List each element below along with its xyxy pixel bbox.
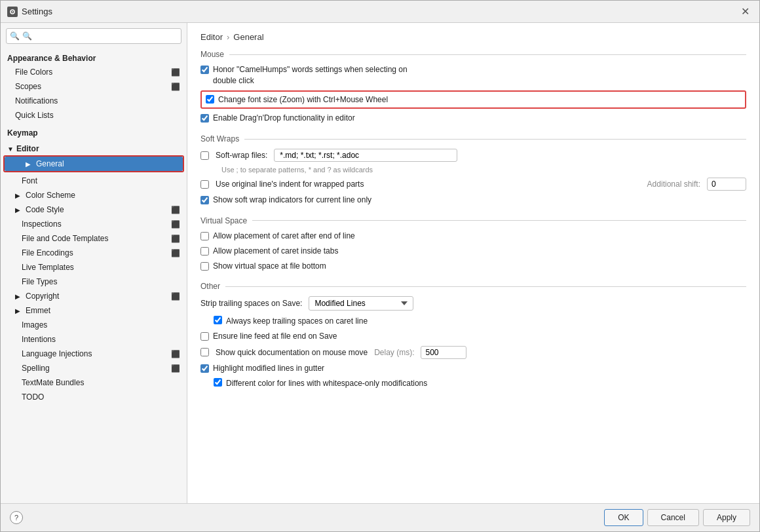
sidebar-item-file-code-templates[interactable]: File and Code Templates ⬛: [1, 231, 187, 246]
quick-doc-checkbox[interactable]: [200, 348, 209, 356]
different-color-checkbox[interactable]: [214, 378, 222, 387]
sidebar-item-font[interactable]: Font: [1, 174, 187, 188]
sidebar-item-inspections[interactable]: Inspections ⬛: [1, 217, 187, 231]
breadcrumb-separator: ›: [227, 32, 229, 42]
show-soft-wrap-checkbox[interactable]: [200, 196, 209, 204]
additional-shift-label: Additional shift:: [647, 180, 700, 189]
editor-label: Editor: [16, 144, 39, 153]
allow-caret-end-checkbox[interactable]: [200, 232, 209, 240]
allow-caret-end-label: Allow placement of caret after end of li…: [213, 231, 355, 242]
inspections-icon: ⬛: [171, 220, 180, 229]
different-color-label: Different color for lines with whitespac…: [226, 378, 427, 389]
highlight-modified-checkbox[interactable]: [200, 364, 209, 373]
soft-wraps-section: Soft Wraps Soft-wrap files: Use ; to sep…: [200, 134, 746, 206]
virtual-space-section: Virtual Space Allow placement of caret a…: [200, 216, 746, 271]
sidebar-item-scopes[interactable]: Scopes ⬛: [1, 79, 187, 94]
file-enc-icon: ⬛: [171, 249, 180, 257]
settings-dialog: Settings ✕ 🔍 Appearance & Behavior File …: [0, 0, 760, 532]
allow-caret-end-row: Allow placement of caret after end of li…: [200, 231, 746, 242]
use-original-checkbox[interactable]: [200, 180, 209, 189]
allow-caret-tabs-label: Allow placement of caret inside tabs: [213, 246, 338, 257]
other-section: Other Strip trailing spaces on Save: Mod…: [200, 282, 746, 389]
sidebar-item-intentions[interactable]: Intentions: [1, 332, 187, 347]
sidebar-item-notifications[interactable]: Notifications: [1, 94, 187, 108]
honor-camel-checkbox[interactable]: [200, 66, 209, 74]
file-colors-icon: ⬛: [171, 68, 180, 77]
help-button[interactable]: ?: [10, 511, 23, 524]
sidebar-item-images[interactable]: Images: [1, 318, 187, 332]
sidebar-item-file-colors[interactable]: File Colors ⬛: [1, 65, 187, 79]
sidebar-item-quick-lists[interactable]: Quick Lists: [1, 108, 187, 123]
change-font-label: Change font size (Zoom) with Ctrl+Mouse …: [218, 94, 388, 105]
allow-caret-tabs-checkbox[interactable]: [200, 247, 209, 256]
ok-button[interactable]: OK: [604, 509, 643, 526]
soft-wrap-hint: Use ; to separate patterns, * and ? as w…: [221, 166, 746, 174]
quick-doc-label: Show quick documentation on mouse move: [216, 347, 368, 358]
always-keep-checkbox[interactable]: [214, 316, 222, 324]
ensure-line-feed-checkbox[interactable]: [200, 332, 209, 341]
spelling-icon: ⬛: [171, 364, 180, 373]
keymap-header[interactable]: Keymap: [1, 125, 187, 140]
editor-header[interactable]: ▼ Editor: [1, 141, 187, 155]
allow-caret-tabs-row: Allow placement of caret inside tabs: [200, 246, 746, 257]
show-virtual-row: Show virtual space at file bottom: [200, 261, 746, 272]
show-virtual-checkbox[interactable]: [200, 262, 209, 271]
different-color-row: Different color for lines with whitespac…: [214, 378, 746, 389]
mouse-title: Mouse: [200, 50, 746, 59]
sidebar-item-spelling[interactable]: Spelling ⬛: [1, 361, 187, 375]
search-icon: 🔍: [10, 31, 20, 41]
soft-wrap-input[interactable]: [274, 149, 457, 162]
sidebar-item-live-templates[interactable]: Live Templates: [1, 260, 187, 275]
sidebar-item-copyright[interactable]: ▶ Copyright ⬛: [1, 289, 187, 303]
soft-wrap-checkbox[interactable]: [200, 151, 209, 160]
general-chevron: ▶: [26, 161, 31, 168]
honor-camel-row: Honor "CamelHumps" words settings when s…: [200, 64, 746, 86]
always-keep-label: Always keep trailing spaces on caret lin…: [226, 316, 368, 327]
enable-drag-label: Enable Drag'n'Drop functionality in edit…: [213, 113, 355, 124]
svg-point-1: [12, 11, 13, 12]
appearance-header[interactable]: Appearance & Behavior: [1, 50, 187, 65]
dialog-body: 🔍 Appearance & Behavior File Colors ⬛ Sc…: [1, 23, 759, 503]
copyright-icon: ⬛: [171, 292, 180, 301]
search-input[interactable]: [6, 28, 181, 44]
additional-shift-input[interactable]: [707, 178, 746, 191]
sidebar-item-lang-injections[interactable]: Language Injections ⬛: [1, 347, 187, 361]
sidebar-item-emmet[interactable]: ▶ Emmet: [1, 303, 187, 318]
show-virtual-label: Show virtual space at file bottom: [213, 261, 326, 272]
change-font-checkbox[interactable]: [206, 95, 214, 104]
soft-wraps-title: Soft Wraps: [200, 134, 746, 143]
strip-trailing-row: Strip trailing spaces on Save: Modified …: [200, 296, 746, 311]
sidebar: 🔍 Appearance & Behavior File Colors ⬛ Sc…: [1, 23, 187, 503]
general-label: General: [36, 159, 64, 168]
sidebar-item-todo[interactable]: TODO: [1, 390, 187, 404]
enable-drag-checkbox[interactable]: [200, 114, 209, 123]
highlight-modified-label: Highlight modified lines in gutter: [213, 363, 324, 374]
close-button[interactable]: ✕: [737, 4, 753, 20]
honor-camel-label: Honor "CamelHumps" words settings when s…: [213, 64, 408, 86]
strip-label: Strip trailing spaces on Save:: [200, 299, 302, 308]
search-box[interactable]: 🔍: [6, 28, 181, 44]
delay-label: Delay (ms):: [374, 348, 414, 357]
quick-doc-row: Show quick documentation on mouse move D…: [200, 346, 746, 359]
breadcrumb-editor: Editor: [200, 32, 223, 42]
editor-section: ▼ Editor ▶ General Font ▶: [1, 141, 187, 404]
sidebar-item-file-encodings[interactable]: File Encodings ⬛: [1, 246, 187, 260]
sidebar-item-code-style[interactable]: ▶ Code Style ⬛: [1, 202, 187, 217]
appearance-section: Appearance & Behavior File Colors ⬛ Scop…: [1, 49, 187, 124]
sidebar-item-general[interactable]: ▶ General: [5, 157, 183, 171]
sidebar-item-file-types[interactable]: File Types: [1, 275, 187, 289]
file-code-icon: ⬛: [171, 235, 180, 243]
mouse-section: Mouse Honor "CamelHumps" words settings …: [200, 50, 746, 124]
sidebar-item-color-scheme[interactable]: ▶ Color Scheme: [1, 188, 187, 202]
use-original-label: Use original line's indent for wrapped p…: [216, 179, 364, 190]
soft-wrap-label: Soft-wrap files:: [216, 150, 267, 161]
apply-button[interactable]: Apply: [703, 509, 750, 526]
title-bar-left: Settings: [7, 7, 52, 17]
cancel-button[interactable]: Cancel: [647, 509, 699, 526]
footer: ? OK Cancel Apply: [1, 503, 759, 531]
delay-input[interactable]: [421, 346, 466, 359]
strip-select[interactable]: Modified Lines None All Trailing Blank L…: [309, 296, 413, 311]
sidebar-item-textmate[interactable]: TextMate Bundles: [1, 375, 187, 390]
lang-inj-icon: ⬛: [171, 350, 180, 358]
editor-chevron: ▼: [7, 145, 14, 153]
